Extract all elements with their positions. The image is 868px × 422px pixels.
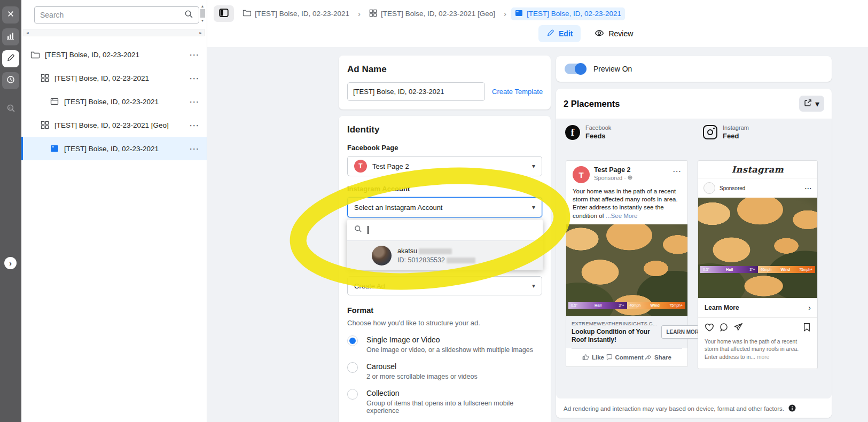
tree-item-campaign[interactable]: [TEST] Boise, ID, 02-23-2021 ⋯ [21,43,207,66]
kebab-menu-icon[interactable]: ⋯ [189,73,199,83]
caret-down-icon: ▾ [532,162,535,170]
tree-item-label: [TEST] Boise, ID, 02-23-2021 [54,74,149,82]
instagram-wordmark: Instagram [732,165,784,175]
horizontal-scrollbar[interactable]: ◄ ► [24,29,205,36]
review-mode-button[interactable]: Review [595,29,633,38]
learn-more-row[interactable]: Learn More › [698,298,817,318]
platform-surface: Feed [723,132,749,140]
kebab-menu-icon[interactable]: ⋯ [189,144,199,154]
legend-hail-max: 3"+ [619,303,624,307]
storm-map-image: 0.5" Hail 3"+ 40mph Wind 75mph+ [698,198,817,298]
legend-wind-min: 40mph [630,303,641,307]
breadcrumb-label: [TEST] Boise, ID, 02-23-2021 [527,10,621,18]
edit-mode-button[interactable]: Edit [538,25,581,42]
close-icon [7,10,14,20]
kebab-menu-icon[interactable]: ⋯ [189,50,199,60]
instagram-actions-row [698,318,817,337]
bookmark-icon[interactable] [803,323,811,334]
top-header: [TEST] Boise, ID, 02-23-2021 › [TEST] Bo… [207,0,868,47]
tree-search-box[interactable] [34,6,199,24]
placements-card: 2 Placements ▾ f Facebook [556,89,832,418]
share-button[interactable]: Share [645,354,671,362]
expand-rail-button[interactable]: › [4,257,17,269]
scroll-left-icon[interactable]: ◄ [26,31,29,35]
scroll-up-icon[interactable]: ▲ [201,4,205,8]
info-icon[interactable] [788,404,796,413]
facebook-page-label: Facebook Page [347,144,542,152]
identity-card: Identity Facebook Page T Test Page 2 ▾ I… [339,116,551,422]
preview-area: T Test Page 2 Sponsored · ⋯ [556,146,832,380]
action-label: Comment [615,354,644,361]
caret-down-icon: ▾ [532,282,535,290]
legend-wind-max: 75mph+ [669,303,683,307]
vertical-scrollbar[interactable]: ▲ ▼ [199,4,206,22]
preview-toggle[interactable] [565,64,586,74]
campaign-tree-panel: ▲ ▼ ◄ ► [TEST] Boise, ID, 02-23-2021 ⋯ [… [21,0,207,422]
scrollbar-thumb[interactable] [200,9,205,18]
preview-disclaimer: Ad rendering and interaction may vary ba… [556,398,832,418]
tab-facebook-feeds[interactable]: f Facebook Feeds [556,124,694,140]
tree-item-adset-geo[interactable]: [TEST] Boise, ID, 02-23-2021 [Geo] ⋯ [21,113,207,137]
page-name: Test Page 2 [594,166,632,174]
tab-instagram-feed[interactable]: Instagram Feed [694,124,832,140]
radio-carousel[interactable] [347,362,358,373]
kebab-menu-icon[interactable]: ⋯ [672,166,681,176]
breadcrumb-campaign[interactable]: [TEST] Boise, ID, 02-23-2021 [239,7,353,20]
sidebar-toggle-button[interactable] [214,5,234,22]
kebab-menu-icon[interactable]: ⋯ [189,120,199,130]
scroll-down-icon[interactable]: ▼ [201,19,205,22]
kebab-menu-icon[interactable]: ⋯ [189,97,199,107]
scroll-right-icon[interactable]: ► [199,31,202,35]
radio-collection[interactable] [347,389,358,400]
analytics-button[interactable] [2,28,19,45]
platform-surface: Feeds [585,132,611,140]
format-option-carousel: Carousel 2 or more scrollable images or … [347,362,542,380]
placements-body: f Facebook Feeds Instagram Fee [556,119,832,398]
close-button[interactable] [2,6,19,24]
breadcrumb-separator-icon: › [504,9,506,18]
facebook-page-select[interactable]: T Test Page 2 ▾ [347,156,542,176]
bar-chart-icon [6,32,15,42]
preview-toggle-card: Preview On [556,56,832,82]
search-input[interactable] [40,11,184,19]
instagram-account-option[interactable]: akatsu ID: 5012835532 [347,241,543,270]
campaign-tree: [TEST] Boise, ID, 02-23-2021 ⋯ [TEST] Bo… [21,43,207,160]
create-ad-select[interactable]: Create Ad ▾ [347,276,542,295]
storm-legend: 0.5" Hail 3"+ 40mph Wind 75mph+ [568,302,685,309]
history-button[interactable] [2,72,19,89]
instagram-account-select[interactable]: Select an Instagram Account ▾ [347,197,542,217]
breadcrumb-ad-current[interactable]: [TEST] Boise, ID, 02-23-2021 [511,7,625,20]
create-template-link[interactable]: Create Template [492,88,543,96]
text-cursor [367,226,369,234]
page-avatar: T [354,160,367,173]
see-more-link[interactable]: ...See More [606,213,637,219]
platform-name: Facebook [585,124,611,131]
format-option-label: Single Image or Video [366,335,533,344]
heart-icon[interactable] [705,323,714,334]
share-preview-button[interactable]: ▾ [799,96,824,112]
tree-item-ad[interactable]: [TEST] Boise, ID, 02-23-2021 ⋯ [21,90,207,113]
search-icon [184,10,193,21]
instagram-header-bar: Instagram [698,161,817,178]
like-button[interactable]: Like [582,354,604,362]
insights-search-button[interactable] [2,100,19,118]
edit-tool-button[interactable] [2,50,19,67]
breadcrumb-label: [TEST] Boise, ID, 02-23-2021 [255,10,349,18]
radio-single-image[interactable] [347,335,358,346]
dropdown-search-row[interactable] [347,220,543,241]
caption-more-link[interactable]: more [757,354,769,360]
ad-card-icon-selected [515,10,523,18]
ad-name-input[interactable] [347,82,485,101]
instagram-select-placeholder: Select an Instagram Account [354,204,442,212]
comment-button[interactable]: Comment [606,354,644,362]
identity-title: Identity [347,124,542,135]
kebab-menu-icon[interactable]: ⋯ [804,184,812,192]
comment-icon[interactable] [719,323,729,334]
breadcrumb: [TEST] Boise, ID, 02-23-2021 › [TEST] Bo… [207,0,868,22]
paper-plane-icon[interactable] [733,323,743,334]
format-subtitle: Choose how you'd like to structure your … [347,319,542,327]
app-window: › ▲ ▼ ◄ ► [TEST] Boise, ID, 02-23-2021 ⋯… [0,0,868,422]
tree-item-adset[interactable]: [TEST] Boise, ID, 02-23-2021 ⋯ [21,66,207,90]
breadcrumb-adset-geo[interactable]: [TEST] Boise, ID, 02-23-2021 [Geo] [365,7,499,21]
tree-item-ad-selected[interactable]: [TEST] Boise, ID, 02-23-2021 ⋯ [21,137,207,160]
